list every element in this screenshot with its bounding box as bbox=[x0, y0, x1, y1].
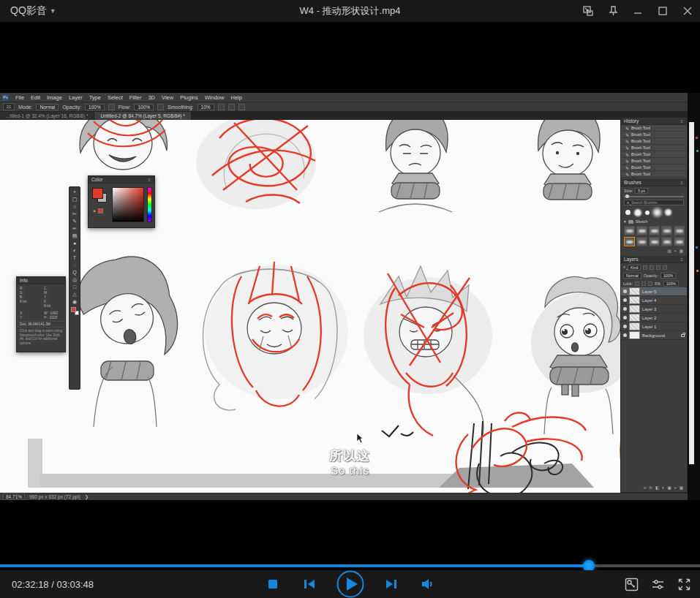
eye-icon bbox=[623, 325, 627, 328]
color-panel-title: Color bbox=[91, 176, 103, 183]
minimize-icon bbox=[632, 5, 644, 17]
marquee-tool-icon: ▢ bbox=[72, 196, 78, 203]
layers-list: Layer 5 Layer 4 Layer 3 Layer 2 Layer 1 … bbox=[621, 287, 687, 340]
ps-menu-file: File bbox=[15, 94, 24, 101]
recorded-cursor bbox=[356, 434, 364, 444]
new-layer-icon: + bbox=[674, 485, 677, 490]
fill-label: Fill: bbox=[655, 281, 661, 286]
folder-icon bbox=[628, 220, 633, 224]
info-panel: Info R :G :B :8-bit C :M :Y :K :8-bit X … bbox=[16, 276, 66, 352]
ps-menu-type: Type bbox=[89, 94, 101, 101]
panel-menu-icon: ≡ bbox=[148, 176, 151, 183]
brush-thumbnail bbox=[674, 237, 685, 246]
hand-tool-icon: ◉ bbox=[72, 298, 77, 305]
ps-menu-plugins: Plugins bbox=[180, 94, 198, 101]
filter-search-icon bbox=[623, 266, 625, 268]
brush-grid bbox=[621, 225, 687, 247]
lock-pixels-icon bbox=[641, 281, 646, 286]
eye-icon bbox=[623, 289, 627, 293]
previous-button[interactable] bbox=[299, 574, 320, 594]
brush-preset-icon: 21 bbox=[3, 103, 15, 110]
crop-tool-icon: ✂ bbox=[72, 211, 77, 217]
playback-controls bbox=[0, 570, 700, 598]
adjustment-layer-icon: ◐ bbox=[662, 485, 664, 490]
qq-player-window: QQ影音 ▼ W4 - 推动形状设计.mp4 bbox=[0, 0, 700, 598]
brush-tool-icon: ✎ bbox=[72, 218, 77, 224]
maximize-button[interactable] bbox=[650, 0, 675, 22]
layer-row: Layer 3 bbox=[621, 305, 687, 314]
lock-label: Lock: bbox=[623, 281, 633, 286]
lock-transparent-icon bbox=[635, 281, 639, 286]
toolbox-wrench-icon bbox=[625, 578, 639, 591]
group-expand-arrow: ▾ bbox=[624, 219, 626, 224]
move-tool-icon: + bbox=[73, 189, 76, 195]
symmetry-icon bbox=[238, 104, 245, 110]
mini-mode-icon bbox=[582, 5, 594, 17]
seek-bar[interactable] bbox=[0, 560, 700, 570]
close-button[interactable] bbox=[675, 0, 700, 22]
brush-thumbnail-selected bbox=[624, 237, 635, 246]
info-xy-column: X :Y : bbox=[20, 311, 38, 320]
history-entry: ✎Brush Tool bbox=[621, 145, 687, 151]
pin-on-top-button[interactable] bbox=[601, 0, 625, 22]
layer-row: Layer 4 bbox=[621, 296, 687, 305]
app-menu[interactable]: QQ影音 ▼ bbox=[10, 0, 56, 22]
ps-menubar: Ps File Edit Image Layer Type Select Fil… bbox=[0, 93, 688, 102]
minimize-button[interactable] bbox=[625, 0, 650, 22]
lock-position-icon bbox=[648, 281, 652, 286]
ps-menu-layer: Layer bbox=[69, 94, 83, 101]
fullscreen-button[interactable] bbox=[674, 574, 694, 594]
layer-row: Layer 5 bbox=[621, 287, 687, 296]
flow-value: 100% bbox=[134, 104, 154, 110]
filter-shape-icon bbox=[663, 265, 667, 270]
lasso-tool-icon: ○ bbox=[73, 203, 76, 210]
history-entry: ✎Brush Tool bbox=[621, 132, 687, 138]
brush-thumbnail bbox=[649, 237, 660, 246]
info-wh-column: W : 1492H : 2028 bbox=[44, 311, 62, 320]
info-panel-title: Info bbox=[20, 277, 28, 284]
shape-tool-icon: □ bbox=[73, 284, 76, 290]
toolbox-button[interactable] bbox=[621, 574, 641, 594]
stop-button[interactable] bbox=[263, 574, 283, 594]
maximize-icon bbox=[657, 5, 669, 17]
layers-filter-row: Kind bbox=[621, 263, 687, 271]
brush-folder-icon: ▤ bbox=[667, 249, 671, 253]
search-icon bbox=[627, 202, 629, 204]
layers-opacity-value: 100% bbox=[661, 273, 676, 279]
slider-knob bbox=[625, 194, 629, 198]
ps-toolbar: + ▢ ○ ✂ ✎ ✏ ▤ ● ◐ T ◌ Q ◎ □ △ ◉ bbox=[69, 186, 80, 390]
foreground-color-swatch bbox=[71, 307, 76, 312]
layer-row: Layer 2 bbox=[621, 314, 687, 322]
status-zoom-value: 84.71% bbox=[3, 493, 25, 500]
delete-layer-icon: ▦ bbox=[680, 485, 683, 490]
smoothing-label: Smoothing: bbox=[168, 105, 193, 110]
settings-button[interactable] bbox=[647, 574, 668, 594]
brush-thumbnail bbox=[624, 226, 635, 235]
pencil-tool-icon: ✏ bbox=[72, 225, 77, 232]
foreground-background-swatches bbox=[71, 307, 79, 315]
layers-kind-filter: Kind bbox=[628, 265, 641, 270]
opacity-label: Opacity: bbox=[62, 105, 81, 110]
filter-adjustment-icon bbox=[650, 265, 654, 270]
play-button[interactable] bbox=[336, 569, 365, 598]
new-brush-icon: + bbox=[674, 249, 677, 253]
status-chevron-icon: ❯ bbox=[85, 494, 89, 500]
mini-mode-button[interactable] bbox=[576, 0, 601, 22]
mode-value: Normal bbox=[36, 104, 59, 110]
chevron-down-icon: ▼ bbox=[50, 7, 56, 15]
layer-group-icon: ▣ bbox=[667, 485, 671, 490]
info-rgb-column: R :G :B :8-bit bbox=[20, 287, 38, 309]
previous-icon bbox=[303, 578, 316, 590]
mode-label: Mode: bbox=[18, 105, 32, 110]
ps-right-edge bbox=[688, 93, 700, 500]
history-entry: ✎Brush Tool bbox=[621, 125, 687, 132]
next-button[interactable] bbox=[381, 574, 402, 594]
brush-preview-row bbox=[621, 205, 687, 218]
video-display-area[interactable]: Ps File Edit Image Layer Type Select Fil… bbox=[0, 22, 700, 561]
airbrush-icon bbox=[157, 104, 164, 110]
secondary-controls bbox=[621, 570, 694, 598]
volume-button[interactable] bbox=[418, 574, 438, 594]
fullscreen-icon bbox=[677, 578, 691, 591]
ps-logo: Ps bbox=[2, 94, 9, 101]
history-panel-title: History bbox=[624, 118, 639, 124]
